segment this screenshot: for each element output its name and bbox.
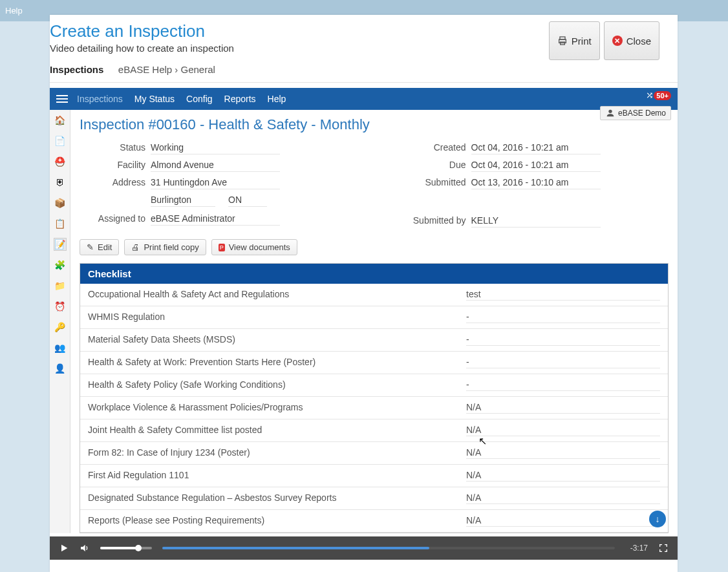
print-button[interactable]: Print [549,21,600,60]
volume-slider[interactable] [100,547,152,549]
due-label: Due [374,160,471,172]
checklist-row[interactable]: Workplace Violence & Harassment Policies… [80,397,668,419]
medical-icon[interactable]: ⛨ [54,176,67,189]
checklist-row[interactable]: Health & Safety at Work: Prevention Star… [80,352,668,374]
checklist-label: Joint Health & Safety Committee list pos… [88,425,466,436]
crumb-inspections[interactable]: Inspections [50,64,103,75]
created-value: Oct 04, 2016 - 10:21 am [471,142,601,154]
checklist-header: Checklist [80,264,668,284]
helmet-icon[interactable]: ⛑️ [54,155,67,168]
checklist-row[interactable]: Health & Safety Policy (Safe Working Con… [80,374,668,397]
page-title: Create an Inspection [50,21,234,41]
print-field-label: Print field copy [144,242,198,252]
clock-icon[interactable]: ⏰ [54,300,67,313]
svg-point-3 [608,110,612,113]
checklist-value: N/A [466,425,660,436]
submittedby-label: Submitted by [374,215,471,228]
checklist-row[interactable]: Material Safety Data Sheets (MSDS)- [80,329,668,352]
checklist-row[interactable]: Form 82: In Case of Injury 1234 (Poster)… [80,442,668,465]
checklist-row[interactable]: Occupational Health & Safety Act and Reg… [80,284,668,306]
facility-label: Facility [80,160,151,172]
nav-reports[interactable]: Reports [224,94,256,104]
checklist-value: - [466,357,660,368]
hamburger-icon[interactable] [56,95,68,103]
clipboard-icon[interactable]: 📋 [54,217,67,230]
submitted-value: Oct 13, 2016 - 10:10 am [471,177,601,189]
view-docs-label: View documents [229,242,290,252]
checklist-label: WHMIS Regulation [88,312,466,323]
address-label: Address [80,177,151,189]
sidebar: 🏠 📄 ⛑️ ⛨ 📦 📋 📝 🧩 📁 ⏰ 🔑 👥 👤 [50,110,70,533]
user-icon [605,108,616,118]
puzzle-icon[interactable]: 🧩 [54,259,67,271]
breadcrumb: Inspections eBASE Help › General [50,60,678,83]
crumb-path[interactable]: eBASE Help › General [118,64,215,75]
box-icon[interactable]: 📦 [54,196,67,209]
svg-marker-5 [81,545,85,552]
notification-badge[interactable]: ⤮50+ [646,90,671,100]
play-button[interactable] [59,543,69,553]
checklist-label: Occupational Health & Safety Act and Reg… [88,289,466,301]
nav-my-status[interactable]: My Status [134,94,175,104]
people-icon[interactable]: 👥 [54,341,67,354]
pdf-icon: P [219,244,225,251]
checklist-value: N/A [466,447,660,459]
nav-help[interactable]: Help [268,94,286,104]
submittedby-value: KELLY [471,215,601,228]
person-icon[interactable]: 👤 [54,362,67,375]
content-area: Inspection #00160 - Health & Safety - Mo… [70,110,678,533]
checklist-label: Health & Safety at Work: Prevention Star… [88,357,466,368]
svg-marker-4 [61,545,67,552]
checklist-row[interactable]: WHMIS Regulation- [80,306,668,329]
checklist-label: Designated Substance Regulation – Asbest… [88,493,466,504]
user-badge[interactable]: eBASE Demo [600,106,671,120]
checklist-row[interactable]: Reports (Please see Posting Requirements… [80,510,668,533]
checklist-value: - [466,312,660,323]
checklist-row[interactable]: First Aid Regulation 1101N/A [80,465,668,487]
video-controls: -3:17 [50,536,678,560]
due-value: Oct 04, 2016 - 10:21 am [471,160,601,172]
page-subtitle: Video detailing how to create an inspect… [50,43,234,54]
print-field-button[interactable]: 🖨Print field copy [124,239,206,255]
inspection-title: Inspection #00160 - Health & Safety - Mo… [80,116,669,133]
checklist-value: N/A [466,470,660,482]
checklist-label: Reports (Please see Posting Requirements… [88,515,466,527]
user-badge-label: eBASE Demo [618,109,666,118]
printer-icon: 🖨 [131,242,140,252]
checklist-value: - [466,379,660,391]
fullscreen-icon [658,543,669,553]
checklist-label: Workplace Violence & Harassment Policies… [88,402,466,414]
checklist-icon[interactable]: 📝 [54,238,67,251]
checklist-row[interactable]: Joint Health & Safety Committee list pos… [80,419,668,442]
checklist-label: Health & Safety Policy (Safe Working Con… [88,379,466,391]
checklist-row[interactable]: Designated Substance Regulation – Asbest… [80,487,668,510]
print-label: Print [572,36,592,47]
checklist-label: First Aid Regulation 1101 [88,470,466,482]
folder-icon[interactable]: 📁 [54,279,67,292]
printer-icon [557,36,568,46]
nav-inspections[interactable]: Inspections [77,94,123,104]
view-documents-button[interactable]: PView documents [211,239,297,255]
volume-button[interactable] [80,543,90,553]
close-label: Close [626,36,651,47]
created-label: Created [374,142,471,154]
app-navbar: Inspections My Status Config Reports Hel… [50,88,678,110]
nav-config[interactable]: Config [186,94,212,104]
close-button[interactable]: ✕ Close [604,21,659,60]
progress-bar[interactable] [162,547,615,549]
document-icon[interactable]: 📄 [54,134,67,147]
address-value: 31 Huntingdon Ave [151,177,280,189]
fullscreen-button[interactable] [658,543,669,553]
city-value: Burlington [151,195,215,207]
checklist-value: - [466,334,660,346]
help-link[interactable]: Help [5,6,23,16]
home-icon[interactable]: 🏠 [54,114,67,127]
scroll-down-button[interactable]: ↓ [649,511,666,527]
assigned-label: Assigned to [80,213,151,226]
checklist-value: N/A [466,493,660,504]
prov-value: ON [228,195,267,207]
edit-button[interactable]: ✎Edit [80,239,119,255]
key-icon[interactable]: 🔑 [54,321,67,334]
submitted-label: Submitted [374,177,471,189]
notif-count: 50+ [654,91,671,100]
